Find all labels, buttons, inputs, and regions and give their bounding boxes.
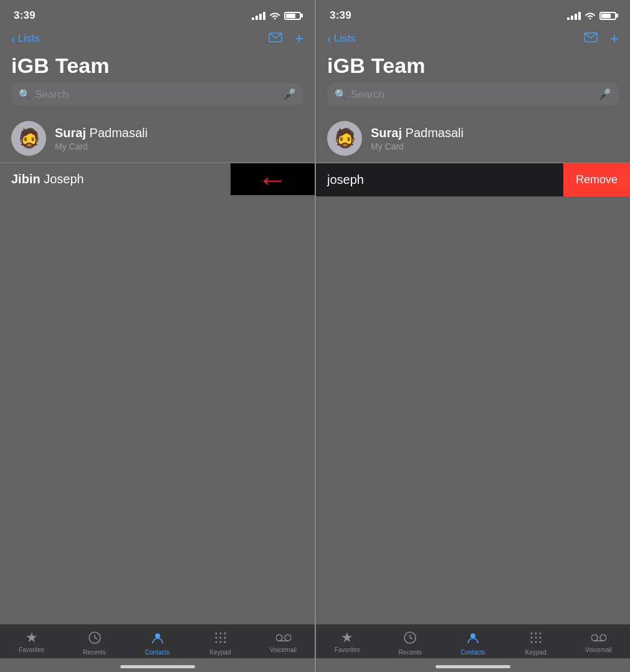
tab-voicemail-right[interactable]: Voicemail — [577, 631, 621, 653]
mail-icon-left[interactable] — [269, 32, 282, 46]
svg-point-9 — [215, 641, 217, 643]
contact-suraj-left[interactable]: 🧔 Suraj Padmasali My Card — [0, 115, 315, 163]
tab-favorites-left[interactable]: ★ Favorites — [10, 631, 54, 653]
contact-subtitle-suraj-right: My Card — [371, 142, 464, 151]
recents-label-right: Recents — [399, 649, 422, 656]
contact-name-jibin-left: Jibin Joseph — [11, 172, 84, 186]
mail-icon-right[interactable] — [584, 32, 598, 46]
svg-point-23 — [539, 637, 541, 639]
svg-point-20 — [539, 633, 541, 635]
status-bar-right: 3:39 — [316, 0, 630, 27]
page-title-left: iGB Team — [0, 52, 315, 83]
back-label-left: Lists — [18, 32, 40, 45]
spacer-right — [316, 370, 630, 625]
tab-favorites-right[interactable]: ★ Favorites — [325, 631, 369, 653]
svg-point-11 — [224, 641, 226, 643]
contact-suraj-right[interactable]: 🧔 Suraj Padmasali My Card — [316, 115, 630, 163]
contact-list-right: 🧔 Suraj Padmasali My Card joseph Remove — [316, 115, 630, 370]
left-phone-panel: 3:39 ‹ Lists — [0, 0, 315, 672]
back-button-right[interactable]: ‹ Lists — [327, 32, 356, 45]
keypad-label-right: Keypad — [525, 649, 546, 656]
contact-name-suraj-right: Suraj Padmasali — [371, 126, 464, 140]
status-icons-right — [567, 11, 616, 21]
plus-icon-right[interactable]: + — [610, 30, 619, 47]
search-bar-left[interactable]: 🔍 Search 🎤 — [11, 83, 303, 106]
nav-bar-left: ‹ Lists + — [0, 27, 315, 52]
svg-point-13 — [285, 635, 291, 641]
svg-point-5 — [224, 633, 226, 635]
nav-actions-left: + — [269, 30, 303, 47]
jibin-row-content: joseph — [316, 163, 563, 196]
voicemail-icon-left — [276, 631, 291, 645]
page-title-right: iGB Team — [316, 52, 630, 83]
search-placeholder-left: Search — [35, 89, 279, 101]
svg-point-17 — [470, 633, 475, 638]
svg-point-21 — [530, 637, 532, 639]
signal-icon-right — [567, 12, 581, 20]
search-bar-right[interactable]: 🔍 Search 🎤 — [327, 83, 619, 106]
home-indicator-left — [0, 658, 315, 672]
contacts-icon-right — [466, 631, 480, 647]
svg-point-26 — [539, 641, 541, 643]
tab-bar-left: ★ Favorites Recents Contacts — [0, 624, 315, 658]
remove-button[interactable]: Remove — [563, 163, 630, 196]
svg-point-10 — [219, 641, 221, 643]
contact-jibin-swipe-right[interactable]: joseph Remove — [316, 163, 630, 196]
svg-point-4 — [219, 633, 221, 635]
tab-bar-right: ★ Favorites Recents Contacts — [316, 624, 630, 658]
recents-icon-right — [403, 631, 417, 647]
voicemail-label-left: Voicemail — [270, 646, 297, 653]
svg-point-2 — [155, 633, 160, 638]
wifi-icon-right — [585, 11, 596, 21]
contact-info-suraj-left: Suraj Padmasali My Card — [55, 126, 148, 151]
svg-point-6 — [215, 637, 217, 639]
battery-icon-left — [284, 12, 301, 20]
spacer-left — [0, 370, 315, 625]
wifi-icon-left — [269, 11, 280, 21]
right-phone-panel: 3:39 ‹ Lists — [315, 0, 630, 672]
recents-icon-left — [88, 631, 102, 647]
chevron-left-icon-left: ‹ — [11, 32, 16, 45]
contact-info-suraj-right: Suraj Padmasali My Card — [371, 126, 464, 151]
svg-point-19 — [535, 633, 537, 635]
red-arrow-icon: ← — [257, 161, 289, 198]
search-placeholder-right: Search — [351, 89, 594, 101]
contacts-label-right: Contacts — [461, 649, 485, 656]
svg-point-8 — [224, 637, 226, 639]
back-button-left[interactable]: ‹ Lists — [11, 32, 40, 45]
svg-point-28 — [600, 635, 606, 641]
mic-icon-left[interactable]: 🎤 — [283, 88, 296, 101]
status-time-right: 3:39 — [330, 9, 351, 22]
tab-keypad-left[interactable]: Keypad — [199, 631, 242, 656]
contacts-label-left: Contacts — [145, 649, 169, 656]
tab-recents-left[interactable]: Recents — [73, 631, 117, 656]
svg-point-7 — [219, 637, 221, 639]
tab-recents-right[interactable]: Recents — [388, 631, 432, 656]
swipe-arrow-overlay: ← — [231, 163, 315, 195]
mic-icon-right[interactable]: 🎤 — [598, 88, 611, 101]
back-label-right: Lists — [334, 32, 356, 45]
status-icons-left — [252, 11, 301, 21]
svg-point-27 — [591, 635, 598, 641]
contact-list-left: 🧔 Suraj Padmasali My Card Jibin Joseph ← — [0, 115, 315, 370]
tab-contacts-left[interactable]: Contacts — [136, 631, 179, 656]
battery-icon-right — [599, 12, 616, 20]
voicemail-icon-right — [591, 631, 606, 645]
favorites-label-left: Favorites — [19, 646, 44, 653]
tab-voicemail-left[interactable]: Voicemail — [262, 631, 305, 653]
keypad-icon-left — [214, 631, 227, 647]
signal-icon-left — [252, 12, 265, 20]
contact-jibin-left[interactable]: Jibin Joseph ← — [0, 163, 315, 195]
favorites-icon-left: ★ — [26, 631, 38, 645]
voicemail-label-right: Voicemail — [585, 646, 612, 653]
svg-point-18 — [530, 633, 532, 635]
avatar-suraj-left: 🧔 — [11, 121, 46, 156]
home-bar-right — [436, 665, 510, 668]
tab-keypad-right[interactable]: Keypad — [514, 631, 558, 656]
home-bar-left — [120, 665, 195, 668]
keypad-icon-right — [529, 631, 543, 647]
plus-icon-left[interactable]: + — [295, 30, 303, 47]
tab-contacts-right[interactable]: Contacts — [451, 631, 495, 656]
contacts-icon-left — [151, 631, 165, 647]
favorites-icon-right: ★ — [341, 631, 353, 645]
